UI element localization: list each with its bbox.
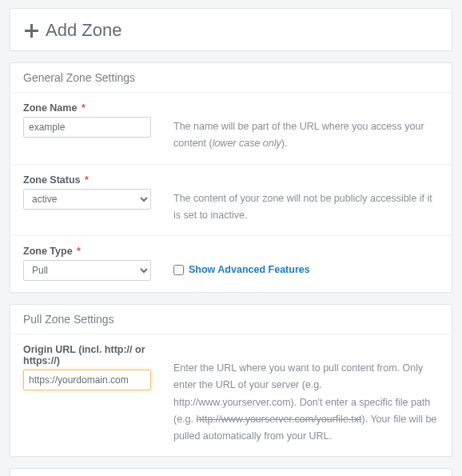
divider	[10, 235, 452, 236]
required-indicator: *	[77, 246, 81, 257]
zone-status-select[interactable]: active inactive	[23, 189, 151, 210]
origin-url-row: Origin URL (incl. http:// or https://) E…	[23, 344, 439, 445]
plus-icon	[23, 22, 39, 38]
divider	[10, 164, 452, 165]
origin-url-label: Origin URL (incl. http:// or https://)	[23, 344, 159, 366]
pull-zone-settings-header: Pull Zone Settings	[10, 305, 452, 334]
show-advanced-checkbox[interactable]	[173, 265, 184, 275]
zone-type-select[interactable]: Pull Push	[23, 260, 151, 281]
required-indicator: *	[85, 174, 89, 186]
zone-status-label: Zone Status *	[23, 174, 159, 186]
origin-url-input[interactable]	[23, 370, 151, 390]
zone-type-row: Zone Type * Pull Push Show Advanced Feat…	[23, 246, 439, 281]
zone-name-help: The name will be part of the URL where y…	[159, 102, 439, 153]
general-zone-settings-header: General Zone Settings	[10, 63, 452, 93]
zone-name-label: Zone Name *	[23, 102, 159, 114]
zone-type-label: Zone Type *	[23, 246, 159, 257]
page-title-text: Add Zone	[46, 20, 121, 41]
origin-url-help: Enter the URL where you want to pull con…	[159, 344, 439, 445]
actions-bar: Save Cancel	[10, 468, 452, 476]
zone-status-help: The content of your zone will not be pub…	[159, 174, 439, 225]
page-title: Add Zone	[23, 20, 121, 41]
zone-name-row: Zone Name * The name will be part of the…	[23, 102, 439, 153]
pull-zone-settings-panel: Pull Zone Settings Origin URL (incl. htt…	[10, 304, 452, 457]
show-advanced-link[interactable]: Show Advanced Features	[189, 262, 310, 278]
zone-name-input[interactable]	[23, 117, 151, 138]
general-zone-settings-panel: General Zone Settings Zone Name * The na…	[10, 62, 452, 293]
page-title-panel: Add Zone	[10, 8, 452, 51]
zone-status-row: Zone Status * active inactive The conten…	[23, 174, 439, 225]
required-indicator: *	[82, 102, 86, 114]
